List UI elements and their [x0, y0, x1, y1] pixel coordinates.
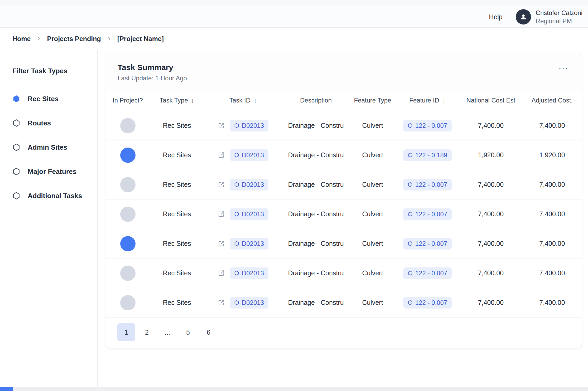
column-header-description[interactable]: Description [282, 97, 350, 104]
sort-desc-icon[interactable]: ↓ [254, 97, 257, 104]
sort-desc-icon[interactable]: ↓ [191, 97, 194, 104]
feature-id-badge[interactable]: 122 - 0.007 [403, 238, 452, 250]
scrollbar-thumb[interactable] [0, 387, 13, 391]
external-link-icon[interactable] [218, 181, 225, 188]
in-project-toggle[interactable] [120, 207, 136, 222]
in-project-toggle[interactable] [120, 177, 136, 192]
page-button[interactable]: 1 [117, 323, 135, 341]
sidebar-item-major-features[interactable]: Major Features [12, 159, 97, 184]
national-cost-cell: 7,400.00 [460, 181, 522, 188]
feature-id-badge[interactable]: 122 - 0.189 [403, 149, 452, 161]
adjusted-cost-cell: 7,400.00 [522, 210, 582, 218]
user-menu[interactable]: Cristofer Calzoni Regional PM [516, 9, 582, 25]
task-type-cell: Rec Sites [150, 122, 204, 129]
external-link-icon[interactable] [218, 299, 225, 306]
external-link-icon[interactable] [218, 122, 225, 129]
task-id-badge[interactable]: D02013 [230, 238, 268, 250]
task-id-badge[interactable]: D02013 [230, 297, 268, 309]
task-type-cell: Rec Sites [150, 151, 204, 159]
in-project-toggle[interactable] [120, 148, 136, 163]
feature-id-cell: 122 - 0.007 [395, 297, 460, 309]
sidebar-item-label: Additional Tasks [28, 192, 82, 200]
page-button[interactable]: 2 [138, 323, 156, 341]
chevron-right-icon [36, 36, 41, 41]
in-project-toggle[interactable] [120, 118, 136, 133]
sidebar-item-label: Major Features [28, 168, 76, 176]
national-cost-cell: 7,400.00 [460, 269, 522, 277]
feature-id-badge[interactable]: 122 - 0.007 [403, 267, 452, 279]
in-project-cell [106, 266, 150, 281]
main-area: Task Summary Last Update: 1 Hour Ago ...… [98, 50, 588, 387]
task-type-cell: Rec Sites [150, 240, 204, 247]
filter-sidebar: Filter Task Types Rec Sites Routes Admin… [0, 50, 98, 387]
in-project-toggle[interactable] [120, 295, 136, 310]
sidebar-item-admin-sites[interactable]: Admin Sites [12, 135, 97, 159]
table-row: Rec Sites D02013 [106, 288, 582, 317]
in-project-toggle[interactable] [120, 236, 136, 251]
help-link[interactable]: Help [485, 11, 506, 23]
sort-desc-icon[interactable]: ↓ [442, 97, 446, 104]
adjusted-cost-cell: 1,920.00 [522, 151, 582, 159]
in-project-toggle[interactable] [120, 266, 136, 281]
adjusted-cost-cell: 7,400.00 [522, 240, 582, 247]
adjusted-cost-cell: 7,400.00 [522, 181, 582, 188]
overflow-menu-icon[interactable]: ... [556, 60, 571, 72]
task-type-cell: Rec Sites [150, 210, 204, 218]
feature-id-badge[interactable]: 122 - 0.007 [403, 120, 452, 131]
external-link-icon[interactable] [218, 240, 225, 247]
table-row: Rec Sites D02013 [106, 111, 582, 140]
task-id-cell: D02013 [204, 120, 282, 131]
column-header-label: Description [300, 97, 332, 104]
hexagon-outline-icon [234, 182, 239, 187]
external-link-icon[interactable] [218, 151, 225, 159]
horizontal-scrollbar [0, 387, 588, 391]
sidebar-item-label: Routes [28, 119, 51, 127]
national-cost-cell: 7,400.00 [460, 299, 522, 306]
task-id-badge[interactable]: D02013 [230, 179, 268, 190]
national-cost-cell: 7,400.00 [460, 210, 522, 218]
feature-id-cell: 122 - 0.007 [395, 120, 460, 131]
task-type-cell: Rec Sites [150, 299, 204, 306]
column-header-task-type[interactable]: Task Type ↓ [150, 97, 204, 104]
breadcrumb-home[interactable]: Home [12, 35, 31, 43]
hexagon-outline-icon [12, 119, 20, 127]
sidebar-item-routes[interactable]: Routes [12, 111, 97, 135]
column-header-national-cost-est[interactable]: National Cost Est [460, 97, 522, 104]
card-title: Task Summary [118, 63, 570, 72]
page-ellipsis: ... [158, 323, 176, 341]
in-project-cell [106, 177, 150, 192]
task-id-badge[interactable]: D02013 [230, 120, 268, 131]
breadcrumb-project-name[interactable]: [Project Name] [117, 35, 164, 43]
column-header-adjusted-cost[interactable]: Adjusted Cost. [522, 97, 582, 104]
column-header-feature-id[interactable]: Feature ID ↓ [395, 97, 460, 104]
external-link-icon[interactable] [218, 211, 225, 218]
task-id-badge[interactable]: D02013 [230, 149, 268, 161]
column-header-label: Task ID [229, 97, 250, 104]
avatar[interactable] [516, 9, 531, 25]
column-header-feature-type[interactable]: Feature Type [350, 97, 395, 104]
description-cell: Drainage - Constru [282, 151, 350, 159]
task-id-badge[interactable]: D02013 [230, 208, 268, 220]
feature-type-cell: Culvert [350, 240, 395, 247]
chevron-right-icon [107, 36, 112, 41]
column-header-in-project[interactable]: In Project? [106, 97, 150, 104]
sidebar-item-additional-tasks[interactable]: Additional Tasks [12, 184, 97, 208]
external-link-icon[interactable] [218, 270, 225, 277]
feature-id-badge[interactable]: 122 - 0.007 [403, 297, 452, 309]
description-cell: Drainage - Constru [282, 122, 350, 129]
sidebar-item-rec-sites[interactable]: Rec Sites [12, 87, 97, 111]
task-id-cell: D02013 [204, 297, 282, 309]
user-meta: Cristofer Calzoni Regional PM [536, 9, 582, 25]
in-project-cell [106, 236, 150, 251]
breadcrumb-projects-pending[interactable]: Projects Pending [47, 35, 101, 43]
column-header-task-id[interactable]: Task ID ↓ [204, 97, 282, 104]
page-button[interactable]: 5 [179, 323, 197, 341]
feature-id-cell: 122 - 0.007 [395, 179, 460, 190]
feature-id-badge[interactable]: 122 - 0.007 [403, 208, 452, 220]
task-id-badge[interactable]: D02013 [230, 267, 268, 279]
hexagon-outline-icon [408, 182, 413, 187]
hexagon-outline-icon [12, 143, 20, 151]
task-type-cell: Rec Sites [150, 269, 204, 277]
feature-id-badge[interactable]: 122 - 0.007 [403, 179, 452, 190]
page-button[interactable]: 6 [200, 323, 218, 341]
